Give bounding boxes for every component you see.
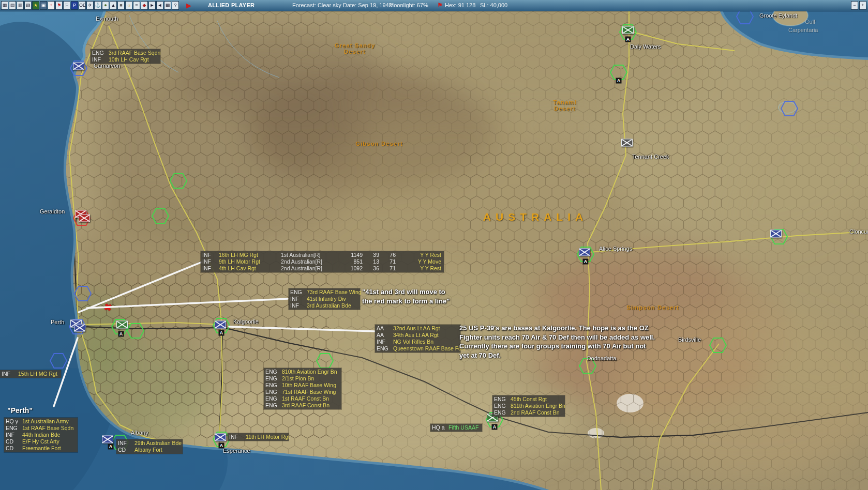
unit-name: 45th Const Rgt bbox=[511, 396, 547, 403]
alert-flag-icon[interactable]: ⚑ bbox=[437, 2, 443, 9]
toolbar-icon[interactable]: ? bbox=[172, 1, 179, 10]
unit-box-carnarvon[interactable]: ENG3rd RAAF Base SqdnINF10th LH Cav Rgt bbox=[91, 49, 160, 64]
unit-row[interactable]: ENGQueenstown RAAF Base Fort bbox=[377, 345, 459, 352]
unit-row[interactable]: ENG1st RAAF Base Sqdn bbox=[6, 425, 76, 432]
unit-counter[interactable] bbox=[215, 321, 226, 329]
game-screen: ▦▤▥▧★▣+⚑⚐POD✈⚓●▲■☼≡◆►◄▩? ▶ ALLIED PLAYER… bbox=[0, 0, 868, 490]
unit-row[interactable]: INF 16th LH MG Rgt 1st Australian[R] 114… bbox=[202, 252, 442, 258]
toolbar-icon[interactable]: ⚐ bbox=[63, 1, 70, 10]
toolbar-icon[interactable]: ▦ bbox=[1, 1, 8, 10]
unit-row[interactable]: AA34th Aus Lt AA Rgt bbox=[377, 332, 459, 339]
unit-name: 1st RAAF Base Sqdn bbox=[22, 425, 73, 432]
unit-row[interactable]: AA32nd Aus Lt AA Rgt bbox=[377, 325, 459, 332]
toolbar-icon[interactable]: P bbox=[71, 1, 78, 10]
unit-row[interactable]: ENG2nd RAAF Const Bn bbox=[494, 409, 563, 416]
unit-row[interactable]: CDE/F Hy Cst Arty bbox=[6, 438, 76, 445]
unit-row[interactable]: ENG811th Aviation Engr Bn bbox=[494, 403, 563, 409]
toolbar-icon[interactable]: ◆ bbox=[141, 1, 148, 10]
unit-box-perth[interactable]: HQ y1st Australian ArmyENG1st RAAF Base … bbox=[4, 418, 78, 452]
unit-row[interactable]: ENG73rd RAAF Base Wing bbox=[290, 289, 358, 296]
unit-box-usaaf-hq[interactable]: HQ aFifth USAAF bbox=[430, 424, 482, 432]
unit-box-mg-west[interactable]: INF15th LH MG Rgt bbox=[0, 370, 61, 378]
unit-box-albany[interactable]: INF29th Australian BdeCDAlbany Fort bbox=[116, 439, 183, 454]
toolbar-icon[interactable]: ● bbox=[102, 1, 109, 10]
unit-box-force-list[interactable]: INF 16th LH MG Rgt 1st Australian[R] 114… bbox=[201, 251, 444, 272]
unit-type: ENG bbox=[290, 289, 307, 296]
unit-row[interactable]: INF 4th LH Cav Rgt 2nd Australian[R] 109… bbox=[202, 265, 442, 272]
toolbar-icon[interactable]: ▥ bbox=[17, 1, 24, 10]
toolbar-icon[interactable]: + bbox=[48, 1, 55, 10]
unit-name: Freemantle Fort bbox=[22, 445, 61, 452]
toolbar-icon[interactable]: ► bbox=[148, 1, 156, 10]
unit-box-engineers-central[interactable]: ENG810th Aviation Engr BnENG2/1st Pion B… bbox=[264, 368, 341, 409]
unit-row[interactable]: ENG3rd RAAF Const Bn bbox=[265, 402, 340, 409]
p39-note: 25 US P-39's are bases at Kalgoorlie. Th… bbox=[459, 324, 655, 360]
unit-row[interactable]: CDFreemantle Fort bbox=[6, 445, 76, 452]
unit-counter[interactable] bbox=[770, 230, 782, 238]
toolbar-icon[interactable]: ◄ bbox=[156, 1, 163, 10]
map-viewport[interactable]: AAAAAAAA ✖ ExmouthCarnarvonGeraldtonPert… bbox=[0, 11, 868, 490]
unit-row[interactable]: ENG71st RAAF Base Wing bbox=[265, 389, 340, 395]
top-toolbar: ▦▤▥▧★▣+⚑⚐POD✈⚓●▲■☼≡◆►◄▩? ▶ ALLIED PLAYER… bbox=[0, 0, 868, 11]
toolbar-icon[interactable]: OD bbox=[79, 1, 86, 10]
unit-row[interactable]: INF3rd Australian Bde bbox=[290, 302, 358, 309]
unit-counter[interactable] bbox=[215, 434, 226, 441]
player-label: ALLIED PLAYER bbox=[208, 2, 255, 8]
toolbar-icon[interactable]: ⚑ bbox=[55, 1, 63, 10]
unit-name: E/F Hy Cst Arty bbox=[22, 438, 59, 445]
toolbar-icon[interactable]: ▲ bbox=[110, 1, 117, 10]
unit-row[interactable]: HQ aFifth USAAF bbox=[432, 424, 481, 431]
unit-row[interactable]: HQ y1st Australian Army bbox=[6, 418, 76, 425]
toolbar-icon[interactable]: + bbox=[859, 1, 866, 10]
unit-counter[interactable] bbox=[622, 26, 634, 34]
unit-row[interactable]: INF10th LH Cav Rgt bbox=[92, 56, 159, 63]
unit-counter[interactable] bbox=[579, 249, 590, 256]
toolbar-icon[interactable]: ⚓ bbox=[94, 1, 101, 10]
toolbar-icon[interactable]: − bbox=[851, 1, 858, 10]
unit-counter[interactable] bbox=[102, 436, 113, 443]
toolbar-icon[interactable]: ▣ bbox=[40, 1, 47, 10]
unit-row[interactable]: ENG2/1st Pion Bn bbox=[265, 375, 340, 382]
unit-counter[interactable] bbox=[73, 63, 84, 70]
toolbar-icon[interactable]: ▤ bbox=[9, 1, 16, 10]
unit-name: 11th LH Motor Rgt bbox=[246, 434, 290, 440]
toolbar-icon[interactable]: ▩ bbox=[164, 1, 171, 10]
unit-name: 10th LH Cav Rgt bbox=[109, 56, 149, 63]
unit-row[interactable]: ENG3rd RAAF Base Sqdn bbox=[92, 50, 159, 56]
unit-row[interactable]: ENG810th Aviation Engr Bn bbox=[265, 369, 340, 375]
unit-row[interactable]: ENG45th Const Rgt bbox=[494, 396, 563, 403]
unit-row[interactable]: INF 9th LH Motor Rgt 2nd Australian[R] 8… bbox=[202, 258, 442, 265]
unit-counter[interactable] bbox=[79, 215, 90, 222]
toolbar-icon[interactable]: ☼ bbox=[125, 1, 132, 10]
toolbar-icon[interactable]: ▧ bbox=[24, 1, 32, 10]
unit-counter[interactable] bbox=[74, 324, 85, 332]
unit-counter[interactable] bbox=[621, 139, 633, 147]
unit-row[interactable]: INF44th Indian Bde bbox=[6, 432, 76, 438]
unit-name: 2nd RAAF Const Bn bbox=[511, 409, 560, 416]
toolbar-icon[interactable]: ■ bbox=[117, 1, 125, 10]
unit-row[interactable]: ENG10th RAAF Base Wing bbox=[265, 382, 340, 389]
unit-value3: 71 bbox=[379, 265, 396, 272]
unit-row[interactable]: CDAlbany Fort bbox=[118, 447, 181, 453]
unit-row[interactable]: ENG1st RAAF Const Bn bbox=[265, 395, 340, 402]
toolbar-icon[interactable]: ≡ bbox=[133, 1, 140, 10]
unit-box-kalgoorlie-aa[interactable]: AA32nd Aus Lt AA RgtAA34th Aus Lt AA Rgt… bbox=[375, 325, 460, 353]
unit-box-kalgoorlie-wing[interactable]: ENG73rd RAAF Base WingINF41st Infantry D… bbox=[289, 288, 360, 310]
unit-row[interactable]: INFNG Vol Rifles Bn bbox=[377, 339, 459, 345]
toolbar-icon[interactable]: ★ bbox=[32, 1, 39, 10]
place-label: Groote Eylandt bbox=[759, 12, 797, 19]
unit-row[interactable]: INF11th LH Motor Rgt bbox=[229, 434, 287, 440]
unit-counter[interactable] bbox=[116, 321, 128, 329]
unit-box-esperance[interactable]: INF11th LH Motor Rgt bbox=[228, 433, 289, 441]
unit-row[interactable]: INF15th LH MG Rgt bbox=[2, 371, 59, 377]
unit-box-engineers-east[interactable]: ENG45th Const RgtENG811th Aviation Engr … bbox=[492, 395, 565, 417]
unit-row[interactable]: INF29th Australian Bde bbox=[118, 440, 181, 447]
unit-name: 29th Australian Bde bbox=[134, 440, 182, 447]
p39-note-line: 25 US P-39's are bases at Kalgoorlie. Th… bbox=[459, 324, 655, 333]
toolbar-icon[interactable]: ✈ bbox=[86, 1, 94, 10]
unit-row[interactable]: INF41st Infantry Div bbox=[290, 296, 358, 302]
p39-note-line: yet at 70 Def. bbox=[459, 351, 655, 360]
unit-name: NG Vol Rifles Bn bbox=[393, 339, 433, 345]
unit-type: ENG bbox=[494, 396, 511, 403]
play-turn-icon[interactable]: ▶ bbox=[186, 1, 191, 10]
